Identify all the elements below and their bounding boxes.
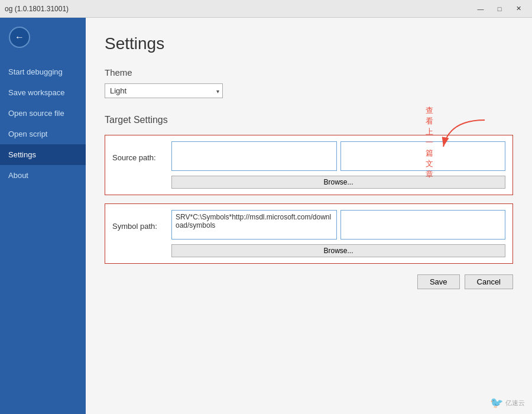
app-container: ← Start debugging Save workspace Open so… <box>0 18 532 414</box>
back-button[interactable]: ← <box>5 22 34 52</box>
sidebar-item-start-debugging[interactable]: Start debugging <box>0 62 86 82</box>
source-path-row: Source path: Browse... <box>105 135 513 195</box>
close-button[interactable]: ✕ <box>510 3 527 15</box>
watermark: 🐦 亿速云 <box>490 396 525 409</box>
source-path-input[interactable] <box>171 141 337 171</box>
source-browse-button[interactable]: Browse... <box>171 176 505 189</box>
symbol-browse-button[interactable]: Browse... <box>171 244 505 257</box>
content-area: 查看上一篇文章 Settings Theme Light Dark System <box>86 18 532 414</box>
page-title: Settings <box>105 34 513 53</box>
symbol-path-input[interactable]: SRV*C:\Symbols*http://msdl.microsoft.com… <box>171 210 337 240</box>
maximize-button[interactable]: □ <box>491 3 508 15</box>
save-button[interactable]: Save <box>417 274 460 289</box>
symbol-path-row: Symbol path: SRV*C:\Symbols*http://msdl.… <box>105 203 513 264</box>
sidebar-item-about[interactable]: About <box>0 165 86 186</box>
sidebar: ← Start debugging Save workspace Open so… <box>0 18 86 414</box>
source-path-extra-input[interactable] <box>340 141 506 171</box>
title-bar-text: og (1.0.1801.31001) <box>5 5 472 13</box>
source-path-label: Source path: <box>112 141 171 171</box>
sidebar-item-open-source-file[interactable]: Open source file <box>0 103 86 124</box>
sidebar-item-open-script[interactable]: Open script <box>0 124 86 144</box>
back-circle-icon: ← <box>9 27 30 48</box>
cancel-button[interactable]: Cancel <box>465 274 513 289</box>
theme-label: Theme <box>105 67 513 77</box>
target-settings-label: Target Settings <box>105 115 513 125</box>
target-settings-section: Target Settings Source path: Browse... S… <box>105 115 513 264</box>
theme-select[interactable]: Light Dark System <box>105 83 223 98</box>
symbol-path-inputs: Symbol path: SRV*C:\Symbols*http://msdl.… <box>171 210 505 240</box>
symbol-path-label: Symbol path: <box>112 210 171 240</box>
sidebar-nav: Start debugging Save workspace Open sour… <box>0 62 86 186</box>
theme-select-wrapper: Light Dark System ▾ <box>105 83 223 98</box>
back-arrow-icon: ← <box>15 32 24 43</box>
symbol-path-extra-input[interactable] <box>340 210 506 240</box>
source-path-inputs: Source path: <box>171 141 505 171</box>
sidebar-item-settings[interactable]: Settings <box>0 144 86 165</box>
title-bar: og (1.0.1801.31001) — □ ✕ <box>0 0 532 18</box>
sidebar-item-save-workspace[interactable]: Save workspace <box>0 82 86 103</box>
watermark-bird-icon: 🐦 <box>490 396 503 409</box>
title-bar-controls: — □ ✕ <box>472 3 527 15</box>
watermark-text: 亿速云 <box>505 399 525 407</box>
action-buttons: Save Cancel <box>105 274 513 289</box>
minimize-button[interactable]: — <box>472 3 489 15</box>
theme-section: Theme Light Dark System ▾ <box>105 67 513 98</box>
